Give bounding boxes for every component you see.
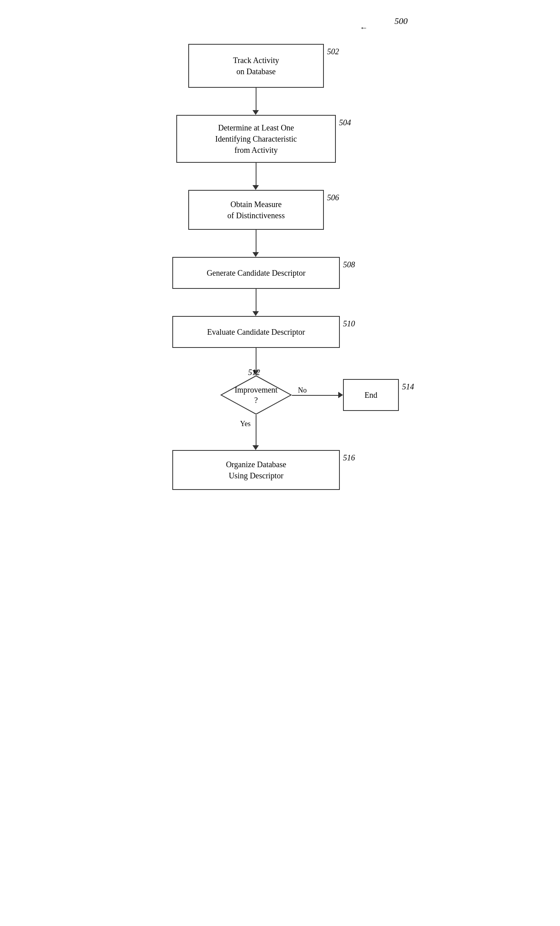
step-516-id: 516 <box>343 453 355 462</box>
step-502-box: Track Activityon Database <box>188 44 324 88</box>
step-510-box: Evaluate Candidate Descriptor <box>172 316 340 348</box>
connector-502-504 <box>256 88 256 112</box>
figure-label: 500 <box>394 16 408 26</box>
step-514-label: End <box>365 389 377 401</box>
flowchart-container: 500 ← Track Activityon Database 502 Dete… <box>140 16 420 894</box>
step-514-box: End <box>343 379 399 411</box>
step-512-label: Improvement? <box>220 375 292 415</box>
step-506-id: 506 <box>327 193 339 202</box>
connector-504-506 <box>256 163 256 187</box>
arrow-yes-down <box>252 445 259 450</box>
step-502-id: 502 <box>327 47 339 56</box>
figure-arrow: ← <box>360 23 368 32</box>
arrow-502-504 <box>252 110 259 115</box>
step-510-id: 510 <box>343 319 355 328</box>
step-516-box: Organize DatabaseUsing Descriptor <box>172 450 340 490</box>
step-514-id: 514 <box>402 382 414 391</box>
arrow-504-506 <box>252 185 259 190</box>
connector-no-horizontal <box>292 395 340 396</box>
step-504-box: Determine at Least OneIdentifying Charac… <box>176 115 336 163</box>
step-508-box: Generate Candidate Descriptor <box>172 257 340 289</box>
step-512-diamond: Improvement? <box>220 375 292 415</box>
step-508-id: 508 <box>343 260 355 269</box>
step-506-box: Obtain Measureof Distinctiveness <box>188 190 324 230</box>
step-504-label: Determine at Least OneIdentifying Charac… <box>215 122 297 156</box>
step-512-id: 512 <box>248 368 260 377</box>
connector-508-510 <box>256 289 256 313</box>
arrow-no-right <box>338 392 343 398</box>
step-502-label: Track Activityon Database <box>233 55 279 77</box>
connector-506-508 <box>256 230 256 254</box>
no-label: No <box>298 386 307 395</box>
step-510-label: Evaluate Candidate Descriptor <box>207 326 305 338</box>
step-508-label: Generate Candidate Descriptor <box>207 267 306 278</box>
arrow-508-510 <box>252 311 259 316</box>
connector-yes-vertical <box>256 415 256 447</box>
yes-label: Yes <box>240 420 250 428</box>
step-506-label: Obtain Measureof Distinctiveness <box>227 199 285 221</box>
step-516-label: Organize DatabaseUsing Descriptor <box>226 459 286 481</box>
step-504-id: 504 <box>339 118 351 127</box>
arrow-506-508 <box>252 252 259 257</box>
